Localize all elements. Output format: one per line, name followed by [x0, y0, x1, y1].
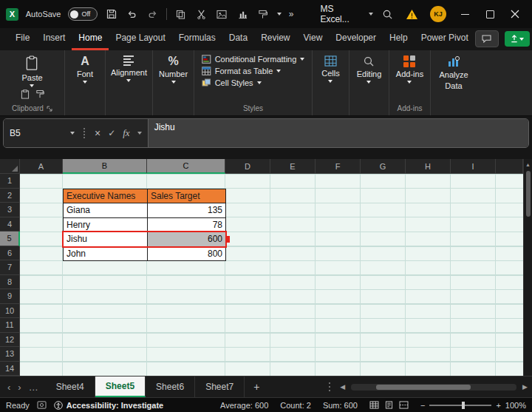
- format-as-table-button[interactable]: Format as Table: [200, 66, 283, 76]
- table-cell[interactable]: 600: [148, 232, 226, 247]
- column-header-C[interactable]: C: [147, 159, 225, 174]
- tab-view[interactable]: View: [297, 28, 330, 50]
- tab-insert[interactable]: Insert: [36, 28, 72, 50]
- sheet-tab-sheet6[interactable]: Sheet6: [146, 376, 195, 397]
- format-painter-icon[interactable]: [256, 7, 270, 21]
- row-header-13[interactable]: 13: [0, 347, 20, 362]
- clipboard-group-label[interactable]: Clipboard: [12, 104, 52, 114]
- row-header-12[interactable]: 12: [0, 333, 20, 348]
- picture-icon[interactable]: [216, 7, 229, 21]
- undo-icon[interactable]: [126, 7, 139, 21]
- tab-developer[interactable]: Developer: [329, 28, 383, 50]
- clipboard-small-icon[interactable]: [21, 90, 30, 99]
- row-header-1[interactable]: 1: [0, 174, 20, 189]
- cells-button[interactable]: Cells: [321, 54, 339, 83]
- editing-button[interactable]: Editing: [357, 54, 382, 84]
- conditional-formatting-button[interactable]: Conditional Formatting: [200, 54, 307, 64]
- next-sheet-icon[interactable]: ›: [18, 382, 21, 393]
- redo-icon[interactable]: [146, 7, 159, 21]
- row-header-9[interactable]: 9: [0, 289, 20, 304]
- tab-power-pivot[interactable]: Power Pivot: [415, 28, 475, 50]
- dialog-launcher-icon[interactable]: [47, 106, 52, 112]
- sheet-tab-sheet7[interactable]: Sheet7: [195, 376, 245, 397]
- copy-icon[interactable]: [174, 7, 188, 21]
- chevron-down-icon[interactable]: [277, 13, 282, 16]
- cancel-icon[interactable]: ×: [95, 127, 100, 139]
- table-cell[interactable]: John: [64, 247, 148, 262]
- table-cell[interactable]: 78: [148, 218, 226, 233]
- all-sheets-icon[interactable]: …: [29, 382, 38, 393]
- scroll-left-icon[interactable]: ◀: [340, 383, 345, 391]
- cut-icon[interactable]: [195, 7, 208, 21]
- column-header-G[interactable]: G: [361, 159, 406, 174]
- tab-formulas[interactable]: Formulas: [172, 28, 222, 50]
- select-all-button[interactable]: [0, 159, 20, 174]
- sheet-tab-sheet5[interactable]: Sheet5: [95, 376, 146, 397]
- name-box-resize-handle[interactable]: [83, 128, 86, 138]
- table-cell[interactable]: 800: [148, 247, 226, 262]
- tab-file[interactable]: File: [9, 28, 36, 50]
- table-cell[interactable]: Jishu: [64, 232, 148, 247]
- column-header-B[interactable]: B: [63, 159, 147, 174]
- analyze-data-button[interactable]: Analyze Data: [439, 54, 468, 90]
- name-box[interactable]: B5: [4, 119, 81, 147]
- cell-styles-button[interactable]: Cell Styles: [200, 78, 263, 88]
- row-header-7[interactable]: 7: [0, 260, 20, 275]
- more-commands-icon[interactable]: »: [289, 9, 294, 19]
- table-cell[interactable]: Henry: [64, 218, 148, 233]
- tab-help[interactable]: Help: [383, 28, 415, 50]
- cells-area[interactable]: Executive NamesSales TargetGiana135Henry…: [20, 174, 523, 376]
- font-button[interactable]: A Font: [77, 54, 93, 84]
- prev-sheet-icon[interactable]: ‹: [7, 382, 10, 393]
- red-selection-handle[interactable]: [227, 236, 230, 243]
- tab-review[interactable]: Review: [254, 28, 296, 50]
- alignment-button[interactable]: Alignment: [111, 54, 147, 82]
- addins-button[interactable]: Add-ins: [396, 54, 423, 84]
- document-title[interactable]: MS Excel...: [320, 4, 373, 24]
- macro-record-icon[interactable]: [37, 401, 47, 409]
- accessibility-status[interactable]: Accessibility: Investigate: [66, 401, 163, 410]
- zoom-level[interactable]: 100%: [505, 401, 526, 410]
- table-header-cell[interactable]: Sales Target: [148, 189, 226, 204]
- horizontal-scrollbar-thumb[interactable]: [376, 385, 471, 390]
- page-break-view-icon[interactable]: [399, 401, 409, 409]
- minimize-button[interactable]: [458, 7, 471, 21]
- row-header-14[interactable]: 14: [0, 362, 20, 376]
- row-header-4[interactable]: 4: [0, 217, 20, 232]
- vertical-scrollbar[interactable]: ▲: [523, 159, 532, 376]
- close-button[interactable]: [508, 7, 522, 21]
- tab-data[interactable]: Data: [222, 28, 254, 50]
- column-header-I[interactable]: I: [451, 159, 496, 174]
- normal-view-icon[interactable]: [369, 401, 379, 409]
- column-header-D[interactable]: D: [225, 159, 270, 174]
- horizontal-scrollbar[interactable]: [351, 384, 516, 391]
- maximize-button[interactable]: [483, 7, 497, 21]
- autosave-toggle[interactable]: Off: [68, 7, 97, 21]
- number-button[interactable]: % Number: [159, 54, 188, 84]
- row-header-5[interactable]: 5: [0, 232, 20, 246]
- comments-button[interactable]: [475, 30, 499, 47]
- share-button[interactable]: [505, 31, 530, 47]
- column-header-partial[interactable]: [496, 159, 523, 174]
- row-header-8[interactable]: 8: [0, 275, 20, 290]
- row-header-10[interactable]: 10: [0, 304, 20, 319]
- warning-icon[interactable]: [406, 9, 418, 20]
- tabbar-options-icon[interactable]: [329, 382, 331, 391]
- enter-icon[interactable]: ✓: [108, 128, 115, 138]
- column-header-E[interactable]: E: [270, 159, 316, 174]
- tab-page-layout[interactable]: Page Layout: [109, 28, 171, 50]
- new-sheet-button[interactable]: +: [245, 376, 268, 397]
- insert-function-icon[interactable]: fx: [123, 127, 129, 139]
- scroll-right-icon[interactable]: ▶: [522, 383, 528, 391]
- column-header-H[interactable]: H: [406, 159, 451, 174]
- table-header-cell[interactable]: Executive Names: [64, 189, 148, 204]
- sheet-tab-sheet4[interactable]: Sheet4: [46, 376, 95, 397]
- save-icon[interactable]: [105, 7, 118, 21]
- row-header-6[interactable]: 6: [0, 246, 20, 261]
- search-icon[interactable]: [381, 7, 394, 21]
- avatar[interactable]: KJ: [430, 6, 446, 22]
- page-layout-view-icon[interactable]: [384, 401, 394, 409]
- row-header-3[interactable]: 3: [0, 203, 20, 217]
- column-header-A[interactable]: A: [20, 159, 63, 174]
- chart-icon[interactable]: [236, 7, 249, 21]
